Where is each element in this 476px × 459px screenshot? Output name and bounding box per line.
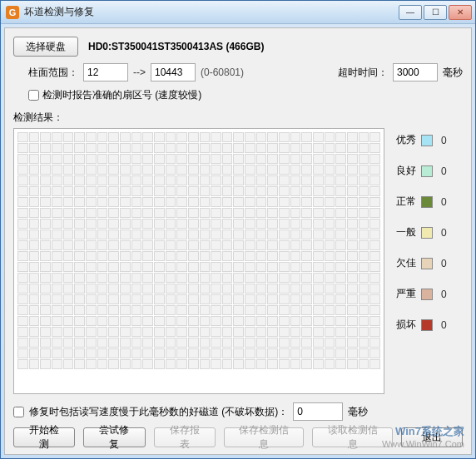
- grid-cell: [176, 251, 187, 261]
- grid-cell: [188, 132, 199, 142]
- grid-cell: [267, 197, 278, 207]
- grid-cell: [290, 240, 301, 250]
- grid-cell: [325, 327, 335, 337]
- timeout-input[interactable]: [393, 63, 438, 81]
- grid-cell: [120, 284, 131, 294]
- save-report-button[interactable]: 保存报表: [154, 427, 216, 447]
- accurate-sector-checkbox[interactable]: [28, 90, 39, 101]
- grid-cell: [131, 175, 142, 185]
- grid-cell: [176, 208, 187, 218]
- grid-cell: [188, 197, 199, 207]
- grid-cell: [256, 305, 267, 315]
- grid-cell: [245, 208, 255, 218]
- save-info-button[interactable]: 保存检测信息: [224, 427, 305, 447]
- grid-cell: [86, 348, 97, 358]
- grid-cell: [74, 348, 85, 358]
- grid-cell: [233, 143, 244, 153]
- grid-cell: [176, 165, 187, 175]
- grid-cell: [154, 348, 165, 358]
- grid-cell: [154, 284, 165, 294]
- minimize-button[interactable]: —: [399, 5, 422, 20]
- repair-ms-input[interactable]: [293, 402, 343, 421]
- grid-cell: [369, 316, 380, 326]
- grid-cell: [211, 175, 221, 185]
- grid-cell: [233, 240, 244, 250]
- start-scan-button[interactable]: 开始检测: [13, 427, 75, 447]
- grid-cell: [154, 251, 165, 261]
- grid-cell: [29, 273, 40, 283]
- grid-cell: [97, 154, 108, 164]
- grid-cell: [200, 197, 211, 207]
- grid-cell: [154, 273, 165, 283]
- grid-cell: [211, 143, 221, 153]
- grid-cell: [108, 262, 119, 272]
- grid-cell: [74, 294, 85, 304]
- grid-cell: [86, 186, 97, 196]
- grid-cell: [97, 251, 108, 261]
- grid-cell: [335, 208, 346, 218]
- grid-cell: [256, 294, 267, 304]
- maximize-button[interactable]: ☐: [424, 5, 447, 20]
- grid-cell: [359, 197, 369, 207]
- grid-cell: [97, 219, 108, 229]
- grid-cell: [211, 316, 221, 326]
- legend-name: 优秀: [396, 133, 416, 147]
- grid-cell: [40, 316, 51, 326]
- grid-cell: [325, 305, 335, 315]
- grid-cell: [120, 359, 131, 369]
- legend-name: 良好: [396, 164, 416, 178]
- cylinder-to-input[interactable]: [151, 63, 196, 81]
- grid-cell: [188, 143, 199, 153]
- grid-cell: [359, 273, 369, 283]
- grid-cell: [166, 143, 176, 153]
- grid-cell: [359, 219, 369, 229]
- try-repair-button[interactable]: 尝试修复: [83, 427, 145, 447]
- load-info-button[interactable]: 读取检测信息: [312, 427, 393, 447]
- grid-cell: [154, 143, 165, 153]
- grid-cell: [176, 359, 187, 369]
- grid-cell: [222, 186, 233, 196]
- grid-cell: [290, 262, 301, 272]
- cylinder-from-input[interactable]: [83, 63, 128, 81]
- grid-cell: [369, 262, 380, 272]
- grid-cell: [347, 348, 358, 358]
- grid-cell: [97, 208, 108, 218]
- grid-cell: [176, 348, 187, 358]
- grid-cell: [142, 230, 153, 239]
- grid-cell: [142, 284, 153, 294]
- grid-cell: [188, 316, 199, 326]
- grid-cell: [166, 359, 176, 369]
- close-button[interactable]: ✕: [449, 5, 472, 20]
- legend-count: 0: [441, 135, 447, 146]
- grid-cell: [335, 251, 346, 261]
- legend-swatch: [421, 227, 433, 239]
- repair-include-checkbox[interactable]: [13, 407, 24, 417]
- grid-cell: [335, 175, 346, 185]
- grid-cell: [86, 240, 97, 250]
- grid-cell: [97, 175, 108, 185]
- grid-cell: [63, 284, 74, 294]
- exit-button[interactable]: 退出: [401, 427, 463, 447]
- grid-cell: [256, 175, 267, 185]
- grid-cell: [245, 359, 255, 369]
- grid-cell: [29, 348, 40, 358]
- grid-cell: [120, 197, 131, 207]
- legend-item: 损坏0: [396, 318, 463, 332]
- grid-cell: [301, 240, 312, 250]
- grid-cell: [313, 251, 324, 261]
- grid-cell: [17, 240, 28, 250]
- grid-cell: [245, 165, 255, 175]
- grid-cell: [325, 348, 335, 358]
- grid-cell: [108, 273, 119, 283]
- grid-cell: [222, 359, 233, 369]
- grid-cell: [313, 348, 324, 358]
- grid-cell: [97, 262, 108, 272]
- grid-cell: [74, 262, 85, 272]
- grid-cell: [29, 132, 40, 142]
- grid-cell: [52, 359, 62, 369]
- grid-cell: [142, 197, 153, 207]
- grid-cell: [313, 338, 324, 348]
- select-disk-button[interactable]: 选择硬盘: [13, 37, 78, 57]
- grid-cell: [29, 219, 40, 229]
- grid-cell: [290, 348, 301, 358]
